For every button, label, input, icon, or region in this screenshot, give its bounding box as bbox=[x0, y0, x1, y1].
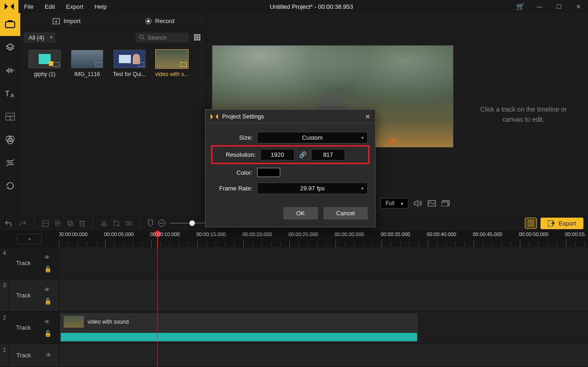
media-item[interactable]: giphy (1) bbox=[24, 50, 65, 77]
menu-help[interactable]: Help bbox=[89, 3, 112, 10]
svg-text:A: A bbox=[11, 93, 14, 98]
clip-thumbnail bbox=[64, 316, 84, 328]
settings-chip[interactable] bbox=[525, 218, 537, 229]
volume-icon[interactable] bbox=[414, 200, 422, 207]
tool-icon[interactable] bbox=[42, 220, 49, 227]
track-row[interactable]: 3 Track👁🔓 bbox=[0, 279, 588, 312]
dialog-title: Project Settings bbox=[222, 113, 264, 120]
svg-rect-37 bbox=[80, 221, 84, 226]
size-dropdown[interactable]: Custom ▾ bbox=[257, 132, 368, 143]
svg-rect-2 bbox=[6, 22, 15, 28]
delete-icon[interactable] bbox=[79, 220, 85, 227]
export-icon bbox=[548, 220, 555, 226]
search-input[interactable]: Search bbox=[135, 33, 188, 42]
dialog-close-button[interactable]: ✕ bbox=[365, 113, 370, 120]
tool-sidebar: TA bbox=[0, 13, 20, 216]
lock-icon[interactable]: 🔓 bbox=[44, 266, 52, 272]
audio-tool[interactable] bbox=[0, 59, 20, 82]
eye-icon[interactable]: 👁 bbox=[44, 319, 52, 326]
media-tool[interactable] bbox=[0, 13, 20, 36]
track-number: 2 bbox=[0, 312, 9, 343]
track-row[interactable]: 2 Track👁🔓 video with sound bbox=[0, 312, 588, 344]
crop-icon[interactable] bbox=[113, 220, 120, 227]
resolution-label: Resolution: bbox=[216, 151, 260, 158]
filter-label: All (4) bbox=[29, 34, 44, 41]
marker-icon[interactable] bbox=[147, 219, 153, 227]
snapshot-icon[interactable] bbox=[428, 200, 436, 207]
lock-icon[interactable]: 🔓 bbox=[44, 330, 52, 337]
layout-tool[interactable] bbox=[0, 105, 20, 128]
svg-rect-20 bbox=[194, 36, 196, 38]
elements-tool[interactable] bbox=[0, 174, 20, 197]
filter-tool[interactable] bbox=[0, 128, 20, 151]
link-icon[interactable]: 🔗 bbox=[299, 151, 306, 158]
track-row[interactable]: 4 Track👁🔓 bbox=[0, 247, 588, 279]
menu-file[interactable]: File bbox=[18, 3, 39, 10]
record-tab[interactable]: Record bbox=[113, 13, 206, 29]
hint-text: Click a track on the timeline or bbox=[480, 104, 567, 114]
export-button[interactable]: Export bbox=[541, 218, 583, 229]
timeline-clip[interactable]: video with sound bbox=[60, 314, 417, 342]
media-item-label: Test for Qui... bbox=[109, 71, 150, 77]
search-icon bbox=[139, 35, 145, 40]
minimize-button[interactable]: — bbox=[530, 3, 549, 10]
zoom-dropdown[interactable]: Full ▾ bbox=[381, 198, 408, 208]
svg-rect-36 bbox=[69, 222, 73, 226]
track-label: Track bbox=[16, 260, 31, 266]
add-track-button[interactable]: + bbox=[17, 234, 42, 244]
import-tab[interactable]: Import bbox=[20, 13, 113, 29]
import-icon bbox=[53, 18, 60, 24]
eye-icon[interactable]: 👁 bbox=[44, 254, 52, 261]
resolution-height-input[interactable]: 817 bbox=[311, 149, 345, 160]
export-label: Export bbox=[559, 220, 576, 227]
eye-icon[interactable]: 👁 bbox=[46, 352, 52, 359]
track-label: Track bbox=[16, 324, 31, 331]
zoom-out-icon[interactable] bbox=[158, 219, 165, 227]
highlight-frame: Resolution: 1920 🔗 817 bbox=[211, 145, 370, 164]
tool-icon[interactable] bbox=[125, 220, 132, 227]
properties-panel: Click a track on the timeline or canvas … bbox=[459, 13, 588, 216]
svg-rect-46 bbox=[129, 222, 132, 225]
media-item-label: giphy (1) bbox=[24, 71, 65, 77]
layers-tool[interactable] bbox=[0, 36, 20, 59]
svg-rect-18 bbox=[196, 34, 198, 36]
track-row[interactable]: 1 Track👁 bbox=[0, 344, 588, 367]
lock-icon[interactable]: 🔓 bbox=[44, 298, 52, 305]
fullscreen-icon[interactable] bbox=[441, 200, 450, 207]
svg-marker-1 bbox=[11, 3, 14, 10]
media-item[interactable]: ▸ IMG_1116 bbox=[66, 50, 108, 77]
svg-rect-23 bbox=[194, 39, 196, 41]
tool-icon[interactable] bbox=[67, 220, 74, 227]
media-filter-dropdown[interactable]: All (4) ▾ bbox=[24, 32, 55, 43]
undo-icon[interactable] bbox=[5, 220, 13, 226]
cut-icon[interactable] bbox=[100, 220, 107, 227]
framerate-value: 29.97 fps bbox=[300, 185, 325, 192]
cancel-button[interactable]: Cancel bbox=[323, 207, 368, 219]
track-label: Track bbox=[16, 352, 31, 359]
ok-button[interactable]: OK bbox=[283, 207, 318, 219]
text-tool[interactable]: TA bbox=[0, 82, 20, 105]
tool-icon[interactable] bbox=[54, 220, 61, 227]
svg-marker-26 bbox=[414, 200, 418, 207]
redo-icon[interactable] bbox=[18, 220, 27, 226]
color-picker[interactable] bbox=[257, 168, 280, 177]
menu-export[interactable]: Export bbox=[60, 3, 89, 10]
app-logo bbox=[0, 0, 18, 13]
svg-rect-29 bbox=[441, 202, 448, 207]
timeline-ruler[interactable]: + 00:00:00.00000:00:05.00000:00:10.00000… bbox=[0, 231, 588, 247]
transition-tool[interactable] bbox=[0, 151, 20, 174]
cart-icon[interactable]: 🛒 bbox=[511, 2, 530, 11]
track-label: Track bbox=[16, 292, 31, 299]
menu-edit[interactable]: Edit bbox=[39, 3, 60, 10]
grid-view-icon[interactable] bbox=[192, 32, 202, 42]
svg-text:T: T bbox=[5, 90, 10, 98]
resolution-width-input[interactable]: 1920 bbox=[260, 149, 294, 160]
media-item-selected[interactable]: video with s... bbox=[151, 50, 193, 77]
maximize-button[interactable]: ☐ bbox=[549, 3, 569, 10]
eye-icon[interactable]: 👁 bbox=[44, 286, 52, 293]
framerate-dropdown[interactable]: 29.97 fps ▾ bbox=[257, 183, 368, 194]
svg-rect-25 bbox=[199, 39, 200, 41]
close-button[interactable]: ✕ bbox=[569, 3, 588, 10]
media-item[interactable]: Test for Qui... bbox=[109, 50, 150, 77]
svg-rect-24 bbox=[196, 39, 198, 41]
